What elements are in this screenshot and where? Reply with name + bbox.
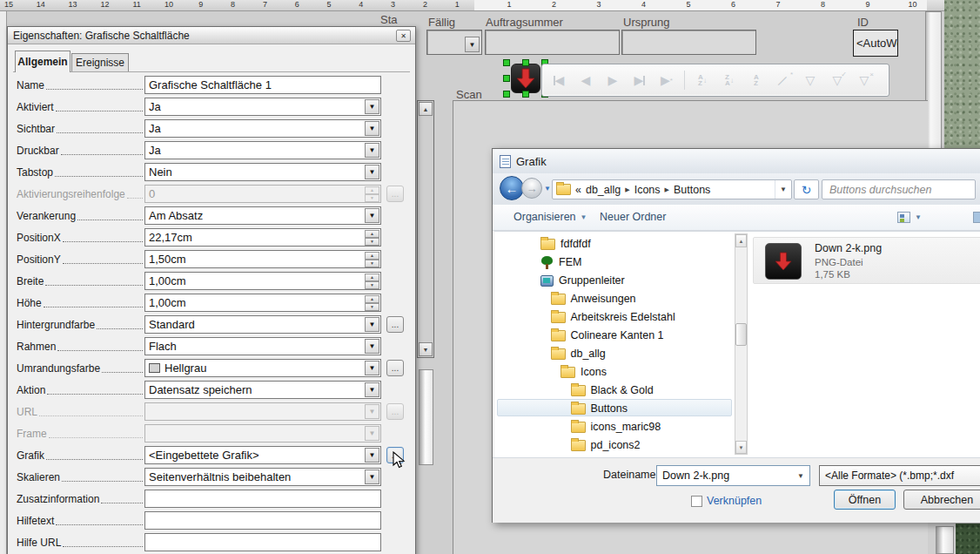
scroll-up-icon[interactable]: ▲ [419, 102, 433, 116]
prop-value-url[interactable]: ▼ [144, 402, 381, 421]
preview-pane-button[interactable] [973, 212, 980, 223]
forward-button[interactable]: → [521, 178, 542, 199]
filter-funnel-icon[interactable]: ▽ [801, 69, 820, 91]
spinner-buttons[interactable]: ▲▼ [365, 274, 379, 288]
chevron-down-icon[interactable]: ▼ [365, 470, 379, 484]
prop-value-aktiviert[interactable]: Ja▼ [144, 98, 381, 116]
file-dialog-titlebar[interactable]: Grafik [493, 149, 980, 173]
history-chevron-icon[interactable]: ▼ [544, 185, 551, 193]
scroll-up-icon[interactable]: ▲ [735, 234, 747, 247]
chevron-down-icon[interactable]: ▼ [775, 180, 791, 199]
chevron-down-icon[interactable]: ▼ [465, 37, 480, 52]
scroll-down-icon[interactable]: ▼ [735, 441, 747, 454]
id-field[interactable]: <AutoWert> [853, 30, 898, 57]
prop-value-positiony[interactable]: 1,50cm▲▼ [144, 250, 381, 268]
spinner-buttons[interactable]: ▲▼ [365, 295, 379, 310]
selection-handle[interactable] [522, 59, 529, 66]
selection-handle[interactable] [503, 59, 510, 66]
more-options-button[interactable]: ... [386, 403, 404, 420]
prop-value-umrandungsfarbe[interactable]: Hellgrau▼ [144, 359, 381, 377]
views-button[interactable]: ▼ [897, 212, 922, 223]
next-record-icon[interactable]: ▶ [603, 69, 622, 91]
prop-value-hilfetext[interactable] [144, 511, 381, 530]
prop-value-skalieren[interactable]: Seitenverhältnis beibehalten▼ [144, 468, 381, 486]
tree-item-colineare-kanten-1[interactable]: Colineare Kanten 1 [551, 327, 664, 344]
tree-item-arbeitskreis-edelstahl[interactable]: Arbeitskreis Edelstahl [551, 308, 675, 326]
properties-dialog-titlebar[interactable]: Eigenschaften: Grafische Schaltfläche ✕ [8, 27, 415, 44]
chevron-down-icon[interactable]: ▼ [365, 382, 379, 397]
new-folder-button[interactable]: Neuer Ordner [600, 211, 666, 223]
organize-menu[interactable]: Organisieren▼ [513, 211, 587, 223]
prop-value-breite[interactable]: 1,00cm▲▼ [144, 272, 381, 290]
cancel-button[interactable]: Abbrechen [903, 490, 980, 510]
chevron-down-icon[interactable]: ▼ [365, 99, 379, 114]
file-type-filter-combobox[interactable]: <Alle Formate> (*.bmp;*.dxf [819, 465, 980, 486]
remove-filter-funnel-icon[interactable]: ▽× [855, 69, 874, 91]
tree-item-pd-icons2[interactable]: pd_icons2 [571, 436, 641, 454]
breadcrumb-segment[interactable]: Icons [634, 184, 661, 196]
breadcrumb-segment[interactable]: db_allg [586, 184, 621, 196]
tree-item-buttons[interactable]: Buttons [571, 400, 628, 417]
chevron-down-icon[interactable]: ▼ [365, 339, 379, 354]
more-options-button[interactable]: ... [386, 186, 404, 202]
sort-descending-icon[interactable]: ZA↓ [720, 69, 739, 91]
autofilter-wand-icon[interactable]: |* [774, 69, 793, 91]
chevron-down-icon[interactable]: ▼ [365, 208, 379, 223]
tree-item-icons[interactable]: Icons [560, 363, 607, 381]
tree-scrollbar[interactable]: ▲ ▼ [735, 233, 748, 455]
scrollbar-thumb[interactable] [735, 323, 747, 346]
chevron-down-icon[interactable]: ▼ [792, 472, 809, 480]
prop-value-zusatzinformation[interactable] [144, 490, 381, 508]
sort-ascending-icon[interactable]: AZ↓ [693, 69, 712, 91]
prop-value-aktion[interactable]: Datensatz speichern▼ [144, 381, 381, 399]
prop-value-verankerung[interactable]: Am Absatz▼ [144, 206, 381, 225]
chevron-down-icon[interactable]: ▼ [365, 143, 379, 158]
chevron-down-icon[interactable]: ▼ [365, 165, 379, 179]
open-button[interactable]: Öffnen [834, 490, 896, 510]
scroll-down-icon[interactable]: ▼ [419, 342, 433, 356]
remove-sort-icon[interactable]: AZ [747, 69, 766, 91]
last-record-icon[interactable]: ▶ [630, 69, 649, 91]
prop-value-h-he[interactable]: 1,00cm▲▼ [144, 294, 381, 312]
chevron-down-icon[interactable]: ▼ [365, 361, 379, 375]
filename-combobox[interactable]: Down 2-k.png ▼ [656, 465, 810, 486]
spinner-buttons[interactable]: ▲▼ [365, 252, 379, 267]
file-list-item[interactable]: Down 2-k.png PNG-Datei 1,75 KB [753, 237, 980, 284]
prop-value-tabstop[interactable]: Nein▼ [144, 163, 381, 181]
search-input[interactable]: Buttons durchsuchen [822, 179, 976, 199]
tree-item-fem[interactable]: FEM [540, 253, 581, 271]
auftragsummer-field[interactable] [485, 30, 620, 55]
graphic-button-control[interactable] [511, 64, 540, 93]
tree-item-black-gold[interactable]: Black & Gold [571, 382, 654, 399]
prop-value-frame[interactable]: ▼ [144, 424, 381, 443]
back-button[interactable]: ← [500, 176, 524, 200]
link-checkbox[interactable] [691, 496, 702, 507]
prop-value-hintergrundfarbe[interactable]: Standard▼ [144, 315, 381, 334]
tree-item-fdfdfdf[interactable]: fdfdfdf [540, 235, 591, 253]
ursprung-field[interactable] [621, 30, 756, 55]
tree-item-db-allg[interactable]: db_allg [551, 345, 606, 362]
faellig-combobox[interactable]: ▼ [426, 30, 482, 55]
listbox-scrollbar[interactable]: ▲ ▼ [417, 100, 434, 358]
tree-item-gruppenleiter[interactable]: Gruppenleiter [540, 272, 625, 289]
more-options-button[interactable]: ... [386, 316, 404, 333]
prop-value-rahmen[interactable]: Flach▼ [144, 337, 381, 355]
selection-handle[interactable] [522, 91, 529, 98]
chevron-down-icon[interactable]: ▼ [365, 317, 379, 332]
selection-handle[interactable] [503, 91, 510, 98]
prop-value-grafik[interactable]: <Eingebettete Grafik>▼ [144, 446, 381, 464]
tree-item-icons-maric98[interactable]: icons_maric98 [571, 418, 661, 436]
prop-value-positionx[interactable]: 22,17cm▲▼ [144, 228, 381, 247]
breadcrumb[interactable]: « db_allg▶ Icons▶ Buttons ▼ [552, 179, 792, 199]
first-record-icon[interactable]: ◀ [549, 69, 568, 91]
new-record-icon[interactable]: ▶* [657, 69, 676, 91]
chevron-down-icon[interactable]: ▼ [365, 121, 379, 136]
apply-filter-funnel-icon[interactable]: ▽✓ [828, 69, 847, 91]
spinner-buttons[interactable]: ▲▼ [365, 230, 379, 245]
prop-value-name[interactable]: Grafische Schaltfläche 1 [144, 76, 381, 94]
breadcrumb-prefix[interactable]: « [575, 184, 581, 196]
tree-item-anweisungen[interactable]: Anweisungen [551, 290, 636, 307]
prop-value-hilfe-url[interactable] [144, 533, 381, 551]
selection-handle[interactable] [503, 75, 510, 82]
tab-ereignisse[interactable]: Ereignisse [71, 53, 129, 72]
